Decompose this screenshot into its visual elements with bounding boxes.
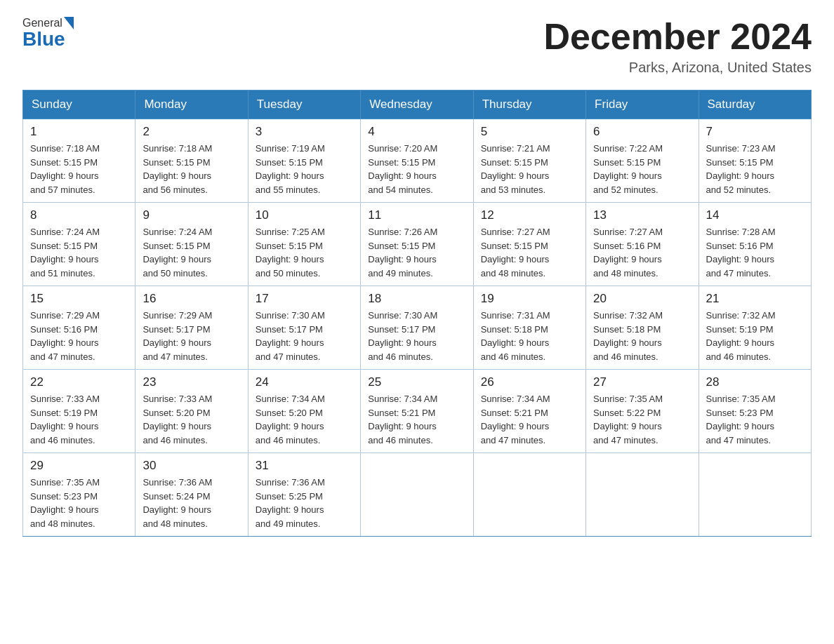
- day-info: Sunrise: 7:18 AM Sunset: 5:15 PM Dayligh…: [143, 142, 240, 196]
- calendar-header-monday: Monday: [135, 90, 248, 119]
- day-info: Sunrise: 7:30 AM Sunset: 5:17 PM Dayligh…: [368, 309, 465, 363]
- day-info: Sunrise: 7:33 AM Sunset: 5:19 PM Dayligh…: [30, 392, 128, 447]
- day-number: 25: [368, 375, 465, 389]
- calendar-cell: 15 Sunrise: 7:29 AM Sunset: 5:16 PM Dayl…: [23, 286, 135, 370]
- day-info: Sunrise: 7:30 AM Sunset: 5:17 PM Dayligh…: [256, 309, 353, 363]
- day-info: Sunrise: 7:35 AM Sunset: 5:22 PM Dayligh…: [593, 392, 691, 447]
- day-info: Sunrise: 7:19 AM Sunset: 5:15 PM Dayligh…: [256, 142, 353, 196]
- calendar-cell: [586, 453, 699, 537]
- day-number: 13: [593, 208, 691, 222]
- calendar-cell: 7 Sunrise: 7:23 AM Sunset: 5:15 PM Dayli…: [699, 119, 811, 203]
- location-subtitle: Parks, Arizona, United States: [543, 60, 812, 76]
- calendar-header-wednesday: Wednesday: [361, 90, 473, 119]
- page-header: General Blue December 2024 Parks, Arizon…: [22, 17, 812, 76]
- calendar-cell: 31 Sunrise: 7:36 AM Sunset: 5:25 PM Dayl…: [248, 453, 360, 537]
- calendar-cell: 30 Sunrise: 7:36 AM Sunset: 5:24 PM Dayl…: [135, 453, 248, 537]
- calendar-cell: 27 Sunrise: 7:35 AM Sunset: 5:22 PM Dayl…: [586, 370, 699, 453]
- day-number: 20: [593, 292, 691, 306]
- calendar-cell: 8 Sunrise: 7:24 AM Sunset: 5:15 PM Dayli…: [23, 203, 135, 286]
- calendar-week-row: 8 Sunrise: 7:24 AM Sunset: 5:15 PM Dayli…: [23, 203, 812, 286]
- day-number: 23: [143, 375, 240, 389]
- day-info: Sunrise: 7:26 AM Sunset: 5:15 PM Dayligh…: [368, 225, 465, 280]
- calendar-cell: 2 Sunrise: 7:18 AM Sunset: 5:15 PM Dayli…: [135, 119, 248, 203]
- day-info: Sunrise: 7:36 AM Sunset: 5:25 PM Dayligh…: [256, 476, 353, 530]
- calendar-header-thursday: Thursday: [473, 90, 585, 119]
- day-info: Sunrise: 7:27 AM Sunset: 5:15 PM Dayligh…: [481, 225, 578, 280]
- day-info: Sunrise: 7:29 AM Sunset: 5:17 PM Dayligh…: [143, 309, 240, 363]
- calendar-week-row: 22 Sunrise: 7:33 AM Sunset: 5:19 PM Dayl…: [23, 370, 812, 453]
- calendar-cell: 11 Sunrise: 7:26 AM Sunset: 5:15 PM Dayl…: [361, 203, 473, 286]
- day-number: 15: [30, 292, 128, 306]
- day-info: Sunrise: 7:32 AM Sunset: 5:19 PM Dayligh…: [706, 309, 804, 363]
- day-info: Sunrise: 7:34 AM Sunset: 5:20 PM Dayligh…: [256, 392, 353, 447]
- day-info: Sunrise: 7:35 AM Sunset: 5:23 PM Dayligh…: [30, 476, 128, 530]
- day-number: 5: [481, 125, 578, 139]
- calendar-cell: 23 Sunrise: 7:33 AM Sunset: 5:20 PM Dayl…: [135, 370, 248, 453]
- day-number: 9: [143, 208, 240, 222]
- day-number: 3: [256, 125, 353, 139]
- day-number: 4: [368, 125, 465, 139]
- day-info: Sunrise: 7:33 AM Sunset: 5:20 PM Dayligh…: [143, 392, 240, 447]
- calendar-table: SundayMondayTuesdayWednesdayThursdayFrid…: [22, 90, 812, 537]
- calendar-cell: 9 Sunrise: 7:24 AM Sunset: 5:15 PM Dayli…: [135, 203, 248, 286]
- day-info: Sunrise: 7:27 AM Sunset: 5:16 PM Dayligh…: [593, 225, 691, 280]
- day-number: 29: [30, 459, 128, 473]
- calendar-cell: 19 Sunrise: 7:31 AM Sunset: 5:18 PM Dayl…: [473, 286, 585, 370]
- day-number: 21: [706, 292, 804, 306]
- calendar-header-friday: Friday: [586, 90, 699, 119]
- calendar-cell: [361, 453, 473, 537]
- calendar-cell: [473, 453, 585, 537]
- day-number: 16: [143, 292, 240, 306]
- calendar-cell: [699, 453, 811, 537]
- calendar-cell: 13 Sunrise: 7:27 AM Sunset: 5:16 PM Dayl…: [586, 203, 699, 286]
- calendar-cell: 24 Sunrise: 7:34 AM Sunset: 5:20 PM Dayl…: [248, 370, 360, 453]
- calendar-cell: 18 Sunrise: 7:30 AM Sunset: 5:17 PM Dayl…: [361, 286, 473, 370]
- calendar-cell: 4 Sunrise: 7:20 AM Sunset: 5:15 PM Dayli…: [361, 119, 473, 203]
- calendar-cell: 17 Sunrise: 7:30 AM Sunset: 5:17 PM Dayl…: [248, 286, 360, 370]
- day-number: 7: [706, 125, 804, 139]
- day-number: 31: [256, 459, 353, 473]
- day-info: Sunrise: 7:35 AM Sunset: 5:23 PM Dayligh…: [706, 392, 804, 447]
- day-number: 11: [368, 208, 465, 222]
- logo-blue-text: Blue: [22, 28, 65, 50]
- day-info: Sunrise: 7:34 AM Sunset: 5:21 PM Dayligh…: [481, 392, 578, 447]
- calendar-cell: 25 Sunrise: 7:34 AM Sunset: 5:21 PM Dayl…: [361, 370, 473, 453]
- day-info: Sunrise: 7:25 AM Sunset: 5:15 PM Dayligh…: [256, 225, 353, 280]
- calendar-cell: 12 Sunrise: 7:27 AM Sunset: 5:15 PM Dayl…: [473, 203, 585, 286]
- calendar-cell: 5 Sunrise: 7:21 AM Sunset: 5:15 PM Dayli…: [473, 119, 585, 203]
- month-title: December 2024: [543, 17, 812, 57]
- calendar-header-row: SundayMondayTuesdayWednesdayThursdayFrid…: [23, 90, 812, 119]
- day-number: 22: [30, 375, 128, 389]
- calendar-cell: 16 Sunrise: 7:29 AM Sunset: 5:17 PM Dayl…: [135, 286, 248, 370]
- calendar-cell: 20 Sunrise: 7:32 AM Sunset: 5:18 PM Dayl…: [586, 286, 699, 370]
- calendar-header-sunday: Sunday: [23, 90, 135, 119]
- day-number: 6: [593, 125, 691, 139]
- day-number: 24: [256, 375, 353, 389]
- day-number: 18: [368, 292, 465, 306]
- day-number: 17: [256, 292, 353, 306]
- logo-arrow-icon: [64, 17, 74, 29]
- day-number: 14: [706, 208, 804, 222]
- calendar-cell: 14 Sunrise: 7:28 AM Sunset: 5:16 PM Dayl…: [699, 203, 811, 286]
- calendar-week-row: 1 Sunrise: 7:18 AM Sunset: 5:15 PM Dayli…: [23, 119, 812, 203]
- calendar-week-row: 15 Sunrise: 7:29 AM Sunset: 5:16 PM Dayl…: [23, 286, 812, 370]
- day-info: Sunrise: 7:29 AM Sunset: 5:16 PM Dayligh…: [30, 309, 128, 363]
- calendar-cell: 3 Sunrise: 7:19 AM Sunset: 5:15 PM Dayli…: [248, 119, 360, 203]
- day-info: Sunrise: 7:31 AM Sunset: 5:18 PM Dayligh…: [481, 309, 578, 363]
- day-info: Sunrise: 7:18 AM Sunset: 5:15 PM Dayligh…: [30, 142, 128, 196]
- day-info: Sunrise: 7:24 AM Sunset: 5:15 PM Dayligh…: [30, 225, 128, 280]
- calendar-cell: 10 Sunrise: 7:25 AM Sunset: 5:15 PM Dayl…: [248, 203, 360, 286]
- logo: General Blue: [22, 17, 75, 49]
- day-number: 30: [143, 459, 240, 473]
- day-number: 19: [481, 292, 578, 306]
- calendar-cell: 6 Sunrise: 7:22 AM Sunset: 5:15 PM Dayli…: [586, 119, 699, 203]
- day-info: Sunrise: 7:23 AM Sunset: 5:15 PM Dayligh…: [706, 142, 804, 196]
- day-info: Sunrise: 7:28 AM Sunset: 5:16 PM Dayligh…: [706, 225, 804, 280]
- day-number: 12: [481, 208, 578, 222]
- day-number: 1: [30, 125, 128, 139]
- calendar-cell: 26 Sunrise: 7:34 AM Sunset: 5:21 PM Dayl…: [473, 370, 585, 453]
- title-section: December 2024 Parks, Arizona, United Sta…: [543, 17, 812, 76]
- calendar-cell: 29 Sunrise: 7:35 AM Sunset: 5:23 PM Dayl…: [23, 453, 135, 537]
- calendar-cell: 21 Sunrise: 7:32 AM Sunset: 5:19 PM Dayl…: [699, 286, 811, 370]
- day-info: Sunrise: 7:21 AM Sunset: 5:15 PM Dayligh…: [481, 142, 578, 196]
